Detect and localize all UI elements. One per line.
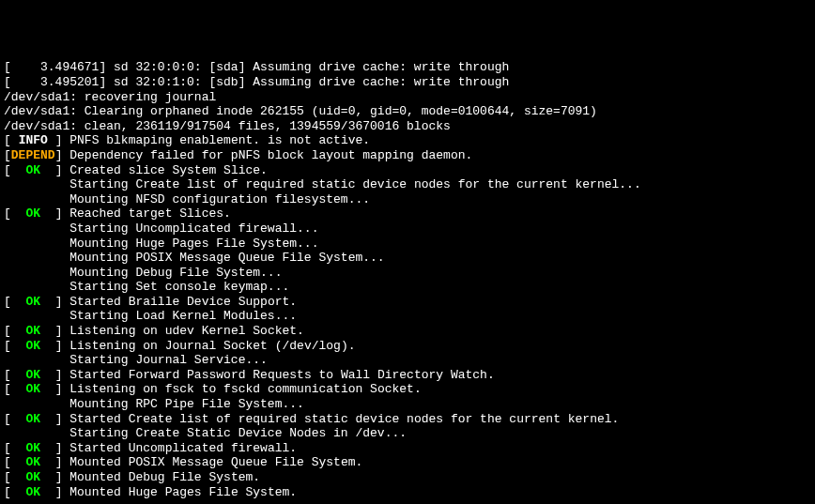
status-pad-left [11, 295, 26, 309]
indent-pad [4, 353, 69, 367]
status-pad-right [40, 412, 55, 426]
boot-line: [ OK ] Created slice System Slice. [4, 163, 811, 178]
boot-line: [ OK ] Mounted Debug File System. [4, 470, 811, 485]
boot-text: Dependency failed for pNFS block layout … [69, 148, 472, 162]
status-tag-ok: OK [25, 163, 40, 177]
status-pad-right [40, 368, 55, 382]
indent-pad [4, 221, 69, 236]
status-pad-left [11, 485, 26, 499]
indent-pad [4, 192, 69, 206]
status-bracket-right: ] [55, 382, 70, 396]
status-pad-right [40, 339, 55, 353]
indent-pad [4, 280, 69, 294]
status-bracket-left: [ [4, 412, 11, 426]
status-bracket-right: ] [55, 133, 70, 147]
status-bracket-right: ] [55, 148, 70, 162]
boot-text: Mounting RPC Pipe File System... [69, 397, 304, 411]
status-pad-right [48, 133, 55, 147]
status-bracket-left: [ [4, 163, 11, 177]
status-bracket-left: [ [4, 339, 11, 353]
boot-line: [ 3.495201] sd 32:0:1:0: [sdb] Assuming … [4, 75, 811, 90]
boot-text: [ 3.494671] sd 32:0:0:0: [sda] Assuming … [4, 60, 509, 74]
status-pad-left [11, 206, 26, 221]
status-pad-right [40, 470, 55, 484]
status-bracket-right: ] [55, 368, 70, 382]
status-pad-right [40, 485, 55, 499]
boot-text: Listening on udev Kernel Socket. [69, 324, 304, 338]
boot-text: Started Braille Device Support. [69, 295, 297, 309]
status-tag-ok: OK [25, 441, 40, 455]
boot-text: /dev/sda1: clean, 236119/917504 files, 1… [4, 119, 451, 133]
status-bracket-right: ] [55, 455, 70, 469]
status-tag-ok: OK [25, 324, 40, 338]
status-bracket-right: ] [55, 412, 70, 426]
boot-line: [ OK ] Listening on udev Kernel Socket. [4, 324, 811, 339]
boot-text: Starting Load Kernel Modules... [69, 309, 297, 323]
status-tag-ok: OK [25, 339, 40, 353]
status-pad-right [40, 206, 55, 221]
boot-line: Mounting Huge Pages File System... [4, 237, 811, 252]
status-bracket-right: ] [55, 324, 70, 338]
status-tag-ok: OK [25, 470, 40, 484]
boot-line: [ INFO ] PNFS blkmaping enablement. is n… [4, 133, 811, 148]
status-pad-left [11, 441, 26, 455]
status-bracket-right: ] [55, 163, 70, 177]
status-bracket-right: ] [55, 295, 70, 309]
boot-text: Mounting Huge Pages File System... [69, 237, 318, 251]
status-tag-ok: OK [25, 382, 40, 396]
status-pad-right [40, 441, 55, 455]
boot-line: [ OK ] Started Braille Device Support. [4, 295, 811, 310]
boot-text: Listening on fsck to fsckd communication… [69, 382, 421, 396]
status-bracket-left: [ [4, 206, 11, 221]
boot-line: [ 3.494671] sd 32:0:0:0: [sda] Assuming … [4, 60, 811, 75]
boot-text: Started Uncomplicated firewall. [69, 441, 297, 455]
status-pad-right [40, 455, 55, 469]
indent-pad [4, 266, 69, 280]
boot-text: Mounted Huge Pages File System. [69, 485, 297, 499]
status-bracket-right: ] [55, 485, 70, 499]
boot-text: [ 3.495201] sd 32:0:1:0: [sdb] Assuming … [4, 75, 509, 89]
status-bracket-left: [ [4, 455, 11, 469]
status-pad-left [11, 470, 26, 484]
status-pad-left [11, 163, 26, 177]
status-bracket-right: ] [55, 470, 70, 484]
boot-line: [ OK ] Started Uncomplicated firewall. [4, 441, 811, 456]
status-tag-ok: OK [25, 455, 40, 469]
status-pad-right [40, 324, 55, 338]
status-pad-left [11, 412, 26, 426]
status-tag-ok: OK [25, 206, 40, 221]
boot-line: [ OK ] Listening on fsck to fsckd commun… [4, 382, 811, 397]
status-tag-ok: OK [25, 295, 40, 309]
boot-line: Starting Journal Service... [4, 353, 811, 368]
status-tag-depend: DEPEND [11, 148, 55, 162]
boot-text: Listening on Journal Socket (/dev/log). [69, 339, 355, 353]
status-tag-ok: OK [25, 412, 40, 426]
status-bracket-left: [ [4, 148, 11, 162]
status-pad-left [11, 455, 26, 469]
status-tag-ok: OK [25, 485, 40, 499]
boot-line: Mounting Debug File System... [4, 266, 811, 281]
status-bracket-left: [ [4, 441, 11, 455]
status-bracket-left: [ [4, 133, 11, 147]
status-bracket-right: ] [55, 206, 70, 221]
status-pad-right [40, 163, 55, 177]
status-bracket-left: [ [4, 382, 11, 396]
status-pad-left [11, 382, 26, 396]
boot-line: [ OK ] Listening on Journal Socket (/dev… [4, 339, 811, 354]
boot-line: /dev/sda1: recovering journal [4, 90, 811, 105]
boot-line: [ OK ] Mounted POSIX Message Queue File … [4, 455, 811, 470]
boot-text: Created slice System Slice. [69, 163, 268, 177]
status-tag-info: INFO [19, 133, 48, 147]
boot-terminal: [ 3.494671] sd 32:0:0:0: [sda] Assuming … [4, 60, 811, 499]
boot-line: Starting Create list of required static … [4, 177, 811, 192]
boot-line: [ OK ] Started Create list of required s… [4, 412, 811, 427]
boot-text: Mounted POSIX Message Queue File System. [69, 455, 362, 469]
boot-line: [ OK ] Reached target Slices. [4, 206, 811, 221]
indent-pad [4, 309, 69, 323]
boot-text: Started Forward Password Requests to Wal… [69, 368, 494, 382]
boot-line: Starting Create Static Device Nodes in /… [4, 426, 811, 441]
boot-text: Starting Set console keymap... [69, 280, 289, 294]
boot-text: Reached target Slices. [69, 206, 231, 221]
indent-pad [4, 251, 69, 265]
status-bracket-left: [ [4, 295, 11, 309]
